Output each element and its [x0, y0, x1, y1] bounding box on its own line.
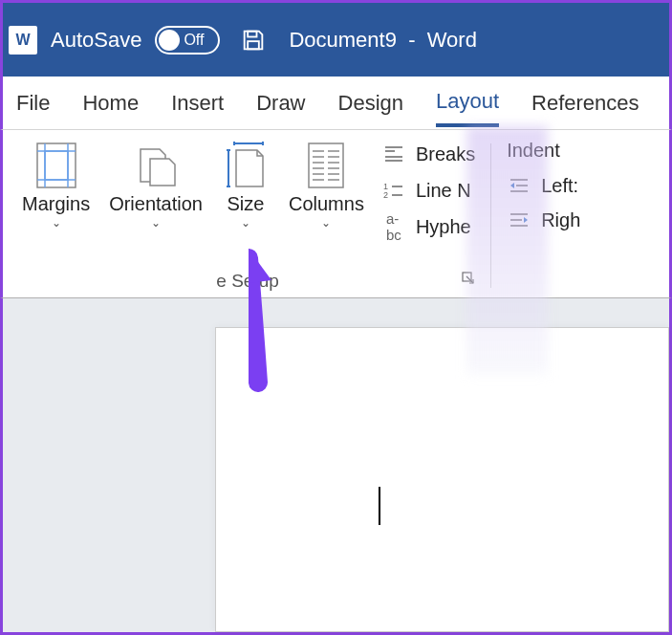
autosave-state: Off	[184, 32, 204, 49]
orientation-label: Orientation	[109, 193, 203, 214]
document-page[interactable]	[215, 327, 669, 632]
svg-rect-0	[249, 31, 257, 36]
ribbon-tabs: File Home Insert Draw Design Layout Refe…	[0, 77, 672, 130]
tab-draw[interactable]: Draw	[256, 81, 305, 125]
size-label: Size	[228, 193, 265, 214]
hyphenation-label: Hyphe	[416, 216, 471, 238]
columns-label: Columns	[289, 193, 364, 214]
svg-rect-3	[45, 151, 68, 180]
svg-text:2: 2	[383, 190, 388, 200]
line-numbers-button[interactable]: 1 2 Line N	[381, 178, 475, 203]
size-icon	[222, 142, 270, 189]
tab-file[interactable]: File	[16, 81, 50, 125]
chevron-down-icon: ⌄	[241, 216, 250, 230]
group-page-setup: Margins ⌄ Orientation ⌄	[16, 140, 479, 292]
hyphenation-button[interactable]: a-bc Hyphe	[381, 214, 475, 239]
toggle-knob	[159, 30, 180, 51]
save-icon[interactable]	[239, 26, 268, 55]
hyphenation-icon: a-bc	[381, 214, 406, 239]
indent-title: Indent	[507, 140, 580, 162]
tab-references[interactable]: References	[531, 81, 639, 125]
tab-layout[interactable]: Layout	[436, 79, 499, 127]
page-setup-launcher-icon[interactable]	[462, 272, 475, 288]
chevron-down-icon: ⌄	[321, 216, 331, 230]
svg-rect-14	[309, 143, 343, 187]
svg-rect-2	[37, 143, 76, 187]
line-numbers-label: Line N	[416, 180, 471, 202]
word-icon: W	[9, 26, 37, 55]
columns-icon	[302, 142, 350, 189]
autosave-label: AutoSave	[51, 28, 141, 53]
indent-right-icon	[507, 208, 531, 232]
size-button[interactable]: Size ⌄	[220, 140, 271, 239]
margins-button[interactable]: Margins ⌄	[20, 140, 92, 239]
group-paragraph: Indent Left:	[503, 140, 584, 292]
line-numbers-icon: 1 2	[381, 178, 406, 203]
page-setup-group-label: e Setup	[20, 271, 475, 292]
tab-design[interactable]: Design	[338, 81, 403, 125]
chevron-down-icon: ⌄	[151, 216, 161, 230]
breaks-label: Breaks	[416, 143, 475, 165]
breaks-button[interactable]: Breaks	[381, 142, 475, 166]
orientation-button[interactable]: Orientation ⌄	[107, 140, 205, 239]
editor-area	[0, 298, 672, 635]
margin-gutter	[3, 298, 215, 632]
indent-left-label: Left:	[541, 175, 578, 197]
group-separator	[490, 143, 491, 288]
tab-home[interactable]: Home	[82, 81, 139, 125]
tab-insert[interactable]: Insert	[171, 81, 224, 125]
indent-right-label: Righ	[541, 209, 580, 231]
indent-left-icon	[507, 173, 531, 198]
indent-right-button[interactable]: Righ	[507, 208, 580, 232]
margins-label: Margins	[22, 193, 90, 214]
text-caret	[379, 487, 380, 525]
ribbon: Margins ⌄ Orientation ⌄	[0, 130, 672, 298]
columns-button[interactable]: Columns ⌄	[287, 140, 366, 239]
svg-rect-1	[249, 41, 260, 49]
margins-icon	[33, 142, 80, 189]
document-title: Document9 - Word	[289, 28, 476, 53]
indent-left-button[interactable]: Left:	[507, 173, 580, 198]
breaks-icon	[381, 142, 406, 166]
chevron-down-icon: ⌄	[52, 216, 61, 230]
title-bar: W AutoSave Off Document9 - Word	[0, 0, 672, 77]
orientation-icon	[132, 142, 180, 189]
autosave-toggle[interactable]: Off	[155, 26, 220, 55]
